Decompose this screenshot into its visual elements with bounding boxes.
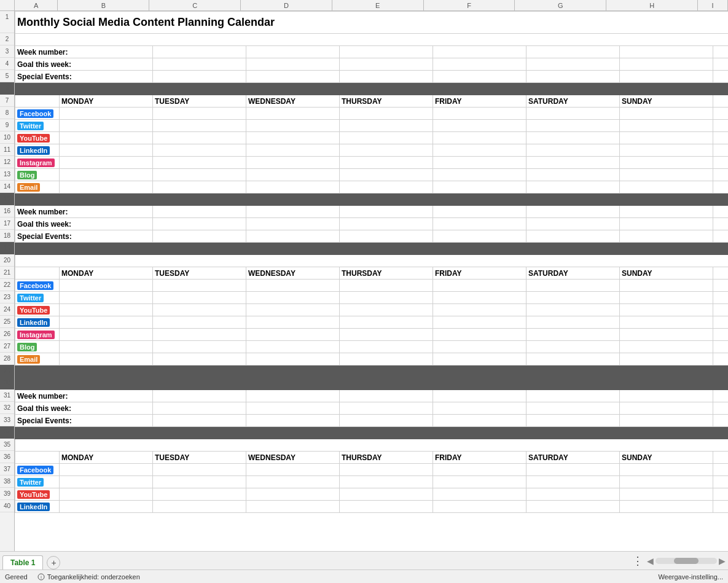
scroll-right-icon[interactable]: ▶	[719, 556, 726, 566]
day-mon-2: MONDAY	[61, 269, 93, 278]
row-num-8: 8	[0, 107, 14, 119]
row-19-section	[15, 243, 729, 255]
add-sheet-button[interactable]: +	[47, 556, 60, 569]
view-settings[interactable]: Weergave-instelling...	[658, 573, 723, 581]
row-num-7: 7	[0, 95, 14, 107]
row-37-facebook: Facebook	[15, 464, 729, 476]
col-header-f: F	[424, 0, 515, 10]
row-num-31: 31	[0, 389, 14, 402]
row-9-twitter: Twitter	[15, 120, 729, 132]
week-number-label-3: Week number:	[17, 392, 68, 401]
row-5: Special Events:	[15, 71, 729, 83]
row-num-1: 1	[0, 11, 14, 33]
row-39-youtube: YouTube	[15, 488, 729, 501]
status-ready: Gereed	[5, 573, 28, 581]
row-num-25: 25	[0, 316, 14, 328]
day-wed-1: WEDNESDAY	[248, 97, 296, 106]
day-thu-3: THURSDAY	[342, 453, 382, 462]
instagram-label-2: Instagram	[17, 331, 55, 339]
row-10-youtube: YouTube	[15, 132, 729, 144]
facebook-label-3: Facebook	[17, 466, 53, 474]
row-num-18: 18	[0, 230, 14, 242]
title-row: Monthly Social Media Content Planning Ca…	[15, 12, 729, 34]
app-container: A B C D E F G H I 1 2 3 4 5 6 7 8 9	[0, 0, 728, 583]
twitter-label-3: Twitter	[17, 478, 44, 487]
row-35	[15, 439, 729, 452]
sheet-options-icon[interactable]: ⋮	[632, 554, 643, 568]
day-mon-1: MONDAY	[61, 97, 93, 106]
tab-label: Table 1	[10, 558, 35, 567]
day-sun-2: SUNDAY	[622, 269, 652, 278]
youtube-label-3: YouTube	[17, 490, 50, 499]
day-sat-2: SATURDAY	[528, 269, 568, 278]
col-header-c: C	[149, 0, 241, 10]
week-number-label-2: Week number:	[17, 208, 68, 216]
row-numbers: 1 2 3 4 5 6 7 8 9 10 11 12 13 14 15 16 1…	[0, 11, 15, 551]
row-num-2: 2	[0, 33, 14, 45]
column-headers: A B C D E F G H I	[0, 0, 728, 11]
blog-label-2: Blog	[17, 343, 37, 351]
row-num-16: 16	[0, 205, 14, 217]
row-33: Special Events:	[15, 415, 729, 427]
row-24-youtube: YouTube	[15, 304, 729, 316]
row-38-twitter: Twitter	[15, 476, 729, 488]
row-25-linkedin: LinkedIn	[15, 316, 729, 329]
col-header-e: E	[332, 0, 424, 10]
row-num-28: 28	[0, 353, 14, 365]
special-events-label-3: Special Events:	[17, 417, 72, 425]
day-tue-1: TUESDAY	[155, 97, 189, 106]
row-num-17: 17	[0, 217, 14, 230]
row-num-30: 30	[0, 377, 14, 389]
week-number-label-1: Week number:	[17, 48, 68, 57]
row-num-36: 36	[0, 451, 14, 463]
table-1-tab[interactable]: Table 1	[2, 555, 43, 569]
row-num-34: 34	[0, 426, 14, 439]
spreadsheet-body: 1 2 3 4 5 6 7 8 9 10 11 12 13 14 15 16 1…	[0, 11, 728, 551]
day-fri-1: FRIDAY	[435, 97, 462, 106]
col-header-b: B	[58, 0, 149, 10]
col-header-h: H	[606, 0, 698, 10]
day-sun-1: SUNDAY	[622, 97, 652, 106]
row-num-26: 26	[0, 328, 14, 340]
day-sat-1: SATURDAY	[528, 97, 568, 106]
row-num-5: 5	[0, 70, 14, 82]
instagram-label-1: Instagram	[17, 158, 55, 167]
row-num-35: 35	[0, 439, 14, 451]
day-thu-2: THURSDAY	[342, 269, 382, 278]
status-bar: Gereed i Toegankelijkheid: onderzoeken W…	[0, 569, 728, 583]
corner-cell	[0, 0, 15, 10]
col-header-a: A	[15, 0, 58, 10]
row-num-33: 33	[0, 414, 14, 426]
row-21-days: MONDAY TUESDAY WEDNESDAY THURSDAY FRIDAY…	[15, 267, 729, 280]
facebook-label-2: Facebook	[17, 281, 53, 290]
row-13-blog: Blog	[15, 169, 729, 181]
row-23-twitter: Twitter	[15, 292, 729, 304]
special-events-label-1: Special Events:	[17, 72, 72, 81]
twitter-label-2: Twitter	[17, 294, 44, 302]
row-num-10: 10	[0, 131, 14, 144]
goal-label-2: Goal this week:	[17, 220, 71, 229]
scroll-left-icon[interactable]: ◀	[647, 556, 654, 566]
row-22-facebook: Facebook	[15, 280, 729, 292]
row-num-3: 3	[0, 45, 14, 58]
youtube-label-1: YouTube	[17, 134, 50, 143]
horizontal-scrollbar[interactable]	[656, 558, 717, 564]
svg-text:i: i	[41, 575, 42, 579]
row-num-19: 19	[0, 242, 14, 254]
row-36-days: MONDAY TUESDAY WEDNESDAY THURSDAY FRIDAY…	[15, 452, 729, 464]
row-num-27: 27	[0, 340, 14, 353]
row-32: Goal this week:	[15, 402, 729, 415]
row-7-days: MONDAY TUESDAY WEDNESDAY THURSDAY FRIDAY…	[15, 95, 729, 108]
row-15-section	[15, 194, 729, 206]
row-num-22: 22	[0, 279, 14, 291]
row-num-37: 37	[0, 463, 14, 475]
col-header-d: D	[241, 0, 332, 10]
blog-label-1: Blog	[17, 171, 37, 179]
row-8-facebook: Facebook	[15, 108, 729, 120]
row-4: Goal this week:	[15, 58, 729, 71]
spreadsheet-table: Monthly Social Media Content Planning Ca…	[15, 11, 728, 513]
day-fri-2: FRIDAY	[435, 269, 462, 278]
linkedin-label-3: LinkedIn	[17, 503, 50, 511]
row-num-23: 23	[0, 291, 14, 303]
grid-area: Monthly Social Media Content Planning Ca…	[15, 11, 728, 551]
